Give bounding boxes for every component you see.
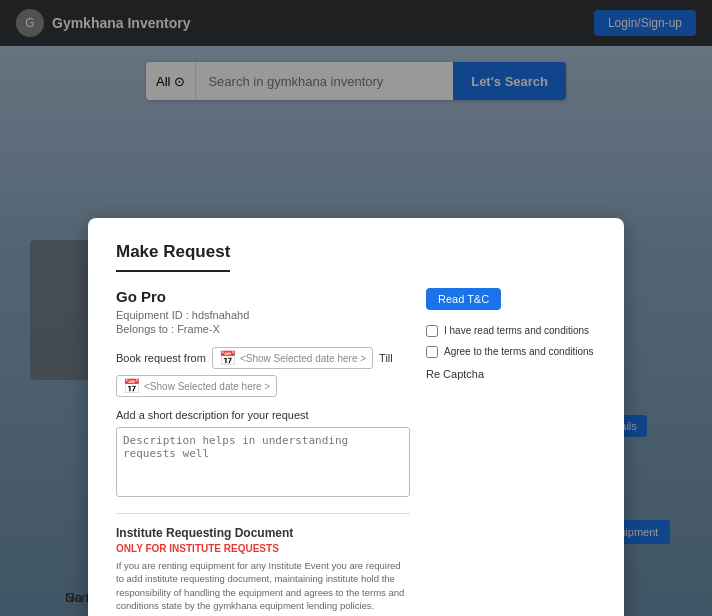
calendar-till-icon: 📅 xyxy=(123,378,140,394)
modal-left-section: Go Pro Equipment ID : hdsfnahahd Belongs… xyxy=(116,288,410,616)
terms-agree-checkbox[interactable] xyxy=(426,346,438,358)
institute-only-label: ONLY FOR INSTITUTE REQUESTS xyxy=(116,543,410,554)
institute-description: If you are renting equipment for any Ins… xyxy=(116,559,410,612)
equipment-name: Go Pro xyxy=(116,288,410,305)
terms-agree-row: Agree to the terms and conditions xyxy=(426,345,596,358)
terms-read-label: I have read terms and conditions xyxy=(444,324,589,337)
institute-title: Institute Requesting Document xyxy=(116,526,410,540)
from-date-picker[interactable]: 📅 <Show Selected date here > xyxy=(212,347,373,369)
book-request-label: Book request from xyxy=(116,352,206,364)
till-date-picker[interactable]: 📅 <Show Selected date here > xyxy=(116,375,277,397)
till-date-text: <Show Selected date here > xyxy=(144,381,270,392)
read-tc-button[interactable]: Read T&C xyxy=(426,288,501,310)
terms-agree-label: Agree to the terms and conditions xyxy=(444,345,594,358)
terms-read-row: I have read terms and conditions xyxy=(426,324,596,337)
till-label: Till xyxy=(379,352,393,364)
recaptcha-label: Re Captcha xyxy=(426,368,596,380)
terms-read-checkbox[interactable] xyxy=(426,325,438,337)
divider xyxy=(116,513,410,514)
description-textarea[interactable] xyxy=(116,427,410,497)
equipment-belongs: Belongs to : Frame-X xyxy=(116,323,410,335)
modal-body: Go Pro Equipment ID : hdsfnahahd Belongs… xyxy=(116,288,596,616)
make-request-modal: Make Request Go Pro Equipment ID : hdsfn… xyxy=(88,218,624,616)
from-date-text: <Show Selected date here > xyxy=(240,353,366,364)
modal-right-section: Read T&C I have read terms and condition… xyxy=(426,288,596,616)
modal-title: Make Request xyxy=(116,242,230,272)
equipment-id: Equipment ID : hdsfnahahd xyxy=(116,309,410,321)
description-label: Add a short description for your request xyxy=(116,409,410,421)
calendar-from-icon: 📅 xyxy=(219,350,236,366)
book-request-row: Book request from 📅 <Show Selected date … xyxy=(116,347,410,397)
